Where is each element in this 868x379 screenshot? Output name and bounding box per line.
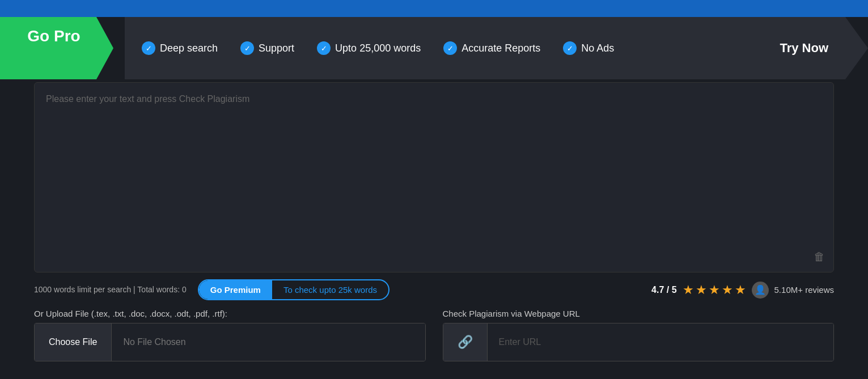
- url-label: Check Plagiarism via Webpage URL: [443, 309, 835, 318]
- upload-label: Or Upload File (.tex, .txt, .doc, .docx,…: [34, 309, 426, 318]
- feature-no-ads-label: No Ads: [581, 42, 614, 54]
- feature-deep-search: ✓ Deep search: [142, 41, 218, 55]
- feature-support-label: Support: [259, 42, 294, 54]
- feature-words: ✓ Upto 25,000 words: [317, 41, 421, 55]
- feature-support: ✓ Support: [240, 41, 294, 55]
- url-icon-button[interactable]: 🔗: [443, 323, 488, 361]
- check-icon-3: ✓: [317, 41, 331, 55]
- check-icon-5: ✓: [563, 41, 577, 55]
- feature-words-label: Upto 25,000 words: [335, 42, 421, 54]
- trash-icon[interactable]: 🗑: [814, 250, 825, 263]
- file-upload-area: Or Upload File (.tex, .txt, .doc, .docx,…: [34, 309, 426, 361]
- pro-features-list: ✓ Deep search ✓ Support ✓ Upto 25,000 wo…: [142, 41, 780, 55]
- user-avatar: 👤: [752, 282, 769, 299]
- word-limit-text: 1000 words limit per search | Total word…: [34, 284, 187, 296]
- go-pro-label: Go Pro: [27, 27, 80, 45]
- check-icon-2: ✓: [240, 41, 254, 55]
- star-2: ★: [696, 283, 707, 297]
- pro-banner: ✓ Deep search ✓ Support ✓ Upto 25,000 wo…: [125, 17, 868, 79]
- rating-section: 4.7 / 5 ★ ★ ★ ★ ★ 👤 5.10M+ reviews: [651, 282, 834, 299]
- check-icon-4: ✓: [443, 41, 457, 55]
- page-wrapper: Go Pro ✓ Deep search ✓ Support ✓ Upto 25…: [0, 0, 868, 379]
- reviews-text: 5.10M+ reviews: [774, 285, 834, 295]
- stars-container: ★ ★ ★ ★ ★: [683, 283, 746, 297]
- go-pro-badge: Go Pro: [0, 17, 113, 79]
- upload-section: Or Upload File (.tex, .txt, .doc, .docx,…: [34, 309, 834, 361]
- feature-no-ads: ✓ No Ads: [563, 41, 614, 55]
- url-check-area: Check Plagiarism via Webpage URL 🔗: [443, 309, 835, 361]
- bottom-bar: 1000 words limit per search | Total word…: [34, 279, 834, 300]
- top-accent: [0, 0, 868, 17]
- feature-deep-search-label: Deep search: [160, 42, 218, 54]
- main-content: 🗑 1000 words limit per search | Total wo…: [0, 82, 868, 373]
- rating-score: 4.7 / 5: [651, 285, 676, 295]
- star-3: ★: [709, 283, 720, 297]
- url-input-wrapper: 🔗: [443, 323, 835, 361]
- feature-reports: ✓ Accurate Reports: [443, 41, 540, 55]
- star-1: ★: [683, 283, 694, 297]
- link-icon: 🔗: [458, 335, 473, 350]
- file-input-wrapper: Choose File No File Chosen: [34, 323, 426, 361]
- check-25k-text: To check upto 25k words: [272, 280, 388, 299]
- star-4: ★: [722, 283, 733, 297]
- url-input[interactable]: [488, 323, 834, 361]
- no-file-text: No File Chosen: [112, 323, 425, 361]
- try-now-button[interactable]: Try Now: [780, 41, 840, 56]
- go-premium-button[interactable]: Go Premium: [199, 280, 272, 299]
- plagiarism-textarea[interactable]: [35, 83, 833, 270]
- text-area-container: 🗑: [34, 82, 834, 272]
- feature-reports-label: Accurate Reports: [461, 42, 540, 54]
- star-5-half: ★: [735, 283, 746, 297]
- check-icon-1: ✓: [142, 41, 155, 55]
- choose-file-button[interactable]: Choose File: [35, 323, 112, 361]
- premium-btn-group: Go Premium To check upto 25k words: [198, 279, 389, 300]
